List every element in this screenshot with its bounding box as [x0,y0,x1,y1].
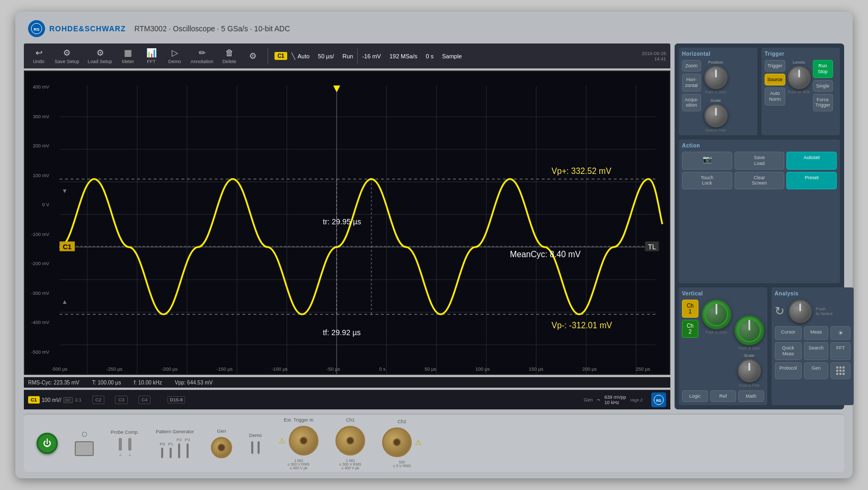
undo-button[interactable]: ↩ Undo [28,46,49,66]
camera-button[interactable]: 📷 [682,152,732,170]
fft-button[interactable]: 📊 FFT [141,46,162,66]
d15-8-status: D15-8 [167,396,185,404]
trigger-mode-value: Auto [297,53,309,59]
sample-rate-value: 192 MSa/s [389,53,418,59]
math-button[interactable]: Math [738,390,764,402]
ref-button[interactable]: Ref [710,390,736,402]
cursor-button[interactable]: Cursor [775,326,802,340]
power-button[interactable]: ⏻ [37,433,58,454]
ch1-coupling: DC [64,397,73,403]
position-knob[interactable] [704,66,728,89]
refresh-icon[interactable]: ↻ [775,304,784,318]
annotation-button[interactable]: ✏ Annotation [188,46,217,66]
source-button[interactable]: Source [765,74,785,85]
ext-trigger-title: Ext. Trigger In [284,417,314,423]
vert-coarse-fine: Coarse Fine [739,383,759,387]
gen-value: 639 mVpp 10 kHz [604,395,626,405]
demo-button[interactable]: ▷ Demo [164,46,185,66]
ch2-scale-knob[interactable] [734,316,764,345]
horizontal-button[interactable]: Hori- zontal [682,74,701,92]
analysis-fft-button[interactable]: FFT [830,342,851,360]
ch1-scale-knob[interactable] [702,300,731,329]
save-setup-button[interactable]: ⚙ Save Setup [51,46,83,66]
probe-pin-1: ⊥ [119,438,122,457]
levels-knob[interactable] [787,66,811,89]
pattern-gen-title: Pattern Generator [156,429,194,434]
settings-button[interactable]: ⚙ [242,49,263,63]
ext-trigger-bnc[interactable] [289,426,318,456]
single-button[interactable]: Single [813,80,833,92]
zoom-button[interactable]: Zoom [682,60,701,72]
logic-button[interactable]: Logic [682,390,708,402]
frequency: f: 10.00 kHz [134,380,162,386]
probe-pin-2: ⊥ [128,438,131,457]
front-panel: ⏻ ⬡ Probe Comp. ⊥ ⊥ Pattern [24,414,844,472]
preset-button[interactable]: Preset [786,172,837,190]
model-info: RTM3002 · Oscilloscope · 5 GSa/s · 10-bi… [134,24,290,33]
rs-logo-badge: RS [651,392,666,407]
d15-8-badge: D15-8 [167,396,185,404]
ch2-push-zero: Push to Zero [739,346,760,350]
acquisition-button[interactable]: Acqui- sition [682,94,701,112]
gen-label: Gen [584,397,593,402]
clear-screen-button[interactable]: Clear Screen [734,172,785,190]
probe-pin-connector-1 [119,438,122,451]
meter-icon: ▦ [124,48,132,58]
protocol-button[interactable]: Protocol [775,362,802,379]
delete-button[interactable]: 🗑 Delete [219,46,240,66]
run-stop-button[interactable]: Run Stop [813,60,833,78]
annotation-icon: ✏ [199,48,206,58]
ext-trigger-section: Ext. Trigger In ⚠ 1 MΩ ≤ 300 V RMS ≤ 400… [279,417,318,470]
meas-button[interactable]: Meas [804,326,829,340]
vertical-section: Vertical Ch 1 Ch 2 Push to Zero Push t [679,287,767,405]
coarse-fine-label: Coarse Fine [705,128,725,132]
ch1-button[interactable]: Ch 1 [682,300,698,318]
ch1-connector-title: Ch1 [346,417,355,423]
scale-knob-label: Scale [711,98,721,103]
svg-marker-39 [333,85,340,92]
quick-meas-button[interactable]: Quick Meas [775,342,802,360]
gen-button[interactable]: Gen [804,362,829,379]
search-button[interactable]: Search [804,342,829,360]
ch2-connector-section: Ch2 ⚠ 500 ≤ 5 V RMS [382,419,422,468]
ch2-button[interactable]: Ch 2 [682,320,698,338]
gen-status-bar: Gen ~ 639 mVpp 10 kHz High Z [584,395,643,405]
meter-button[interactable]: ▦ Meter [118,46,139,66]
brand-name: ROHDE&SCHWARZ [49,24,126,33]
push-50-label: Push for 50% [788,90,810,94]
svg-text:tf: 29.92 µs: tf: 29.92 µs [323,328,360,337]
vert-scale-knob[interactable] [738,359,761,382]
save-load-button[interactable]: Save Load [734,152,785,170]
right-panel: Horizontal Zoom Hori- zontal Acqui- siti… [675,43,844,409]
svg-text:C1: C1 [63,243,72,251]
grid-button[interactable] [830,362,851,379]
probe-pin-connector-2 [128,438,131,451]
analysis-knob[interactable] [789,300,812,323]
ch1-badge: C1 [28,396,40,404]
demo-pin-2 [258,441,260,454]
gen-highz: High Z [630,398,643,402]
trigger-button[interactable]: Trigger [765,60,785,72]
svg-text:Vp-: -312.01 mV: Vp-: -312.01 mV [552,321,613,330]
gen-bnc[interactable] [211,437,232,458]
levels-label: Levels [793,60,805,65]
force-trigger-button[interactable]: Force Trigger [813,94,833,112]
ch3-status: C3 [115,396,128,404]
autoset-button[interactable]: Autoset [786,152,837,170]
horizontal-title: Horizontal [682,51,754,57]
action-title: Action [682,143,837,148]
ch1-push-zero: Push to Zero [706,330,727,334]
auto-norm-button[interactable]: Auto Norm [765,88,785,106]
brightness-button[interactable]: ☀ [830,326,851,340]
p2-pin: P2 [176,438,182,458]
load-setup-button[interactable]: ⚙ Load Setup [85,46,116,66]
ch2-bnc[interactable] [382,427,412,457]
scale-knob[interactable] [704,104,728,127]
delete-icon: 🗑 [225,48,234,58]
ch1-bnc[interactable] [335,426,365,456]
usb-port[interactable] [75,441,94,456]
trigger-section: Trigger Trigger Source Auto Norm Levels … [761,48,840,135]
touch-lock-button[interactable]: Touch Lock [682,172,732,190]
probe-comp-connectors: ⊥ ⊥ [119,438,131,457]
ext-trigger-warning: 1 MΩ ≤ 300 V RMS ≤ 400 V pk [288,459,310,470]
